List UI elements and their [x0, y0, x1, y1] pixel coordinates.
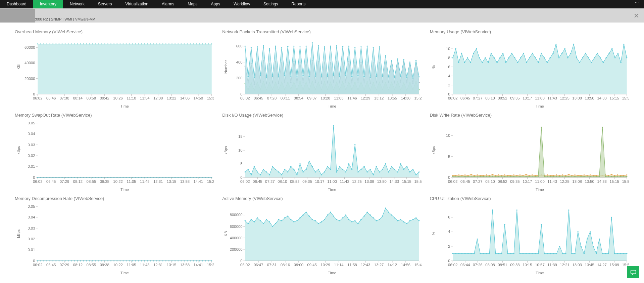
close-icon[interactable]: ✕	[634, 12, 639, 20]
nav-item-servers[interactable]: Servers	[91, 0, 118, 8]
nav-item-dashboard[interactable]: Dashboard	[0, 0, 33, 8]
nav-item-settings[interactable]: Settings	[257, 0, 285, 8]
nav-item-apps[interactable]: Apps	[204, 0, 227, 8]
nav-item-alarms[interactable]: Alarms	[155, 0, 181, 8]
nav-item-reports[interactable]: Reports	[285, 0, 312, 8]
nav-item-maps[interactable]: Maps	[181, 0, 204, 8]
nav-menu-dots-icon[interactable]: ⋮	[630, 0, 644, 8]
nav-item-virtualization[interactable]: Virtualization	[118, 0, 155, 8]
sub-header-block	[0, 9, 35, 23]
nav-item-inventory[interactable]: Inventory	[33, 0, 63, 8]
sub-header-bar: Server | Windows 2008 R2 | SNMP | WMI | …	[0, 8, 644, 23]
nav-item-workflow[interactable]: Workflow	[227, 0, 257, 8]
nav-item-network[interactable]: Network	[63, 0, 91, 8]
top-nav: DashboardInventoryNetworkServersVirtuali…	[0, 0, 644, 8]
